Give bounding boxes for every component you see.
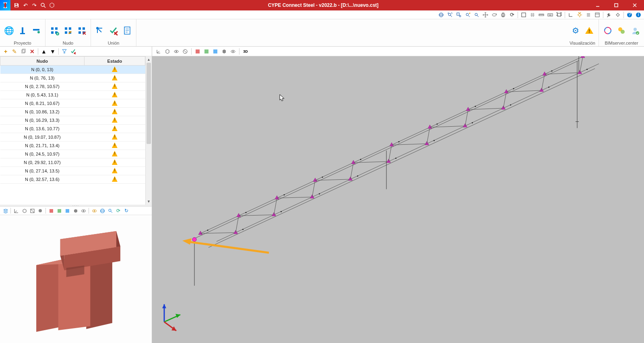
window-frame-icon[interactable] bbox=[520, 11, 528, 18]
svg-point-131 bbox=[322, 177, 323, 178]
zoom-extents-icon[interactable] bbox=[446, 11, 454, 18]
table-row[interactable]: N (0, 0, 13) bbox=[0, 66, 145, 74]
save-button[interactable] bbox=[13, 2, 20, 9]
preview-3d-viewport[interactable] bbox=[0, 215, 152, 343]
warnings-button[interactable]: ! bbox=[584, 25, 595, 36]
eye2-icon[interactable] bbox=[229, 47, 237, 55]
sun-icon[interactable] bbox=[576, 11, 584, 18]
column-button[interactable] bbox=[17, 25, 28, 36]
panel1-icon[interactable] bbox=[194, 47, 202, 55]
beam-button[interactable] bbox=[31, 25, 42, 36]
axes-icon[interactable] bbox=[567, 11, 575, 18]
table-scrollbar[interactable]: ▲ ▼ bbox=[145, 56, 152, 205]
edit-icon[interactable]: ✎ bbox=[10, 47, 19, 55]
wire-icon[interactable] bbox=[172, 47, 180, 55]
table-row[interactable]: N (0, 29.92, 11.07) bbox=[0, 158, 145, 167]
info-icon[interactable]: i bbox=[634, 11, 642, 18]
undo-button[interactable]: ↶ bbox=[22, 2, 29, 9]
svg-marker-176 bbox=[182, 238, 192, 245]
orbit-icon[interactable] bbox=[437, 11, 445, 18]
table-row[interactable]: N (0, 13.6, 10.77) bbox=[0, 125, 145, 133]
list-icon[interactable] bbox=[584, 11, 592, 18]
refresh-icon[interactable]: ⟳ bbox=[508, 11, 516, 18]
up-icon[interactable]: ▲ bbox=[40, 47, 48, 55]
panel-red-icon[interactable] bbox=[47, 207, 55, 214]
config-icon[interactable] bbox=[614, 11, 622, 18]
validate-icon[interactable] bbox=[69, 47, 77, 55]
layers-icon[interactable] bbox=[593, 11, 601, 18]
layers-icon[interactable] bbox=[2, 207, 9, 214]
box-button[interactable] bbox=[48, 2, 56, 9]
report-button[interactable] bbox=[122, 25, 133, 36]
fit-icon[interactable] bbox=[107, 207, 114, 214]
col-nudo[interactable]: Nudo bbox=[0, 57, 85, 66]
table-row[interactable]: N (0, 76, 13) bbox=[0, 74, 145, 82]
shade-icon[interactable] bbox=[181, 47, 189, 55]
settings-button[interactable]: ⚙ bbox=[570, 25, 581, 36]
zoom-previous-icon[interactable] bbox=[464, 11, 472, 18]
table-row[interactable]: N (0, 8.21, 10.67) bbox=[0, 99, 145, 108]
filter-icon[interactable] bbox=[60, 47, 68, 55]
delete-icon[interactable]: ✕ bbox=[28, 47, 36, 55]
node-edit-button[interactable] bbox=[62, 25, 74, 36]
table-row[interactable]: N (0, 27.14, 13.5) bbox=[0, 167, 145, 175]
node-add-button[interactable] bbox=[49, 25, 60, 36]
minimize-button[interactable] bbox=[588, 0, 607, 10]
bim-user-button[interactable] bbox=[630, 25, 641, 36]
node-delete-button[interactable] bbox=[76, 25, 87, 36]
table-row[interactable]: N (0, 10.86, 13.2) bbox=[0, 108, 145, 116]
table-row[interactable]: N (0, 5.43, 13.1) bbox=[0, 91, 145, 99]
bim-link-button[interactable] bbox=[616, 25, 627, 36]
reset-icon[interactable]: ↻ bbox=[123, 207, 130, 214]
zoom-icon[interactable] bbox=[91, 207, 98, 214]
table-row[interactable]: N (0, 16.29, 13.3) bbox=[0, 116, 145, 125]
maximize-button[interactable] bbox=[607, 0, 625, 10]
cube-icon[interactable] bbox=[72, 207, 79, 214]
close-button[interactable] bbox=[625, 0, 644, 10]
orbit-icon[interactable] bbox=[99, 207, 106, 214]
box-icon[interactable] bbox=[163, 47, 171, 55]
zoom-realtime-icon[interactable] bbox=[473, 11, 481, 18]
rotate-icon[interactable] bbox=[490, 11, 498, 18]
table-row[interactable]: N (0, 32.57, 13.6) bbox=[0, 175, 145, 184]
table-row[interactable]: N (0, 24.5, 10.97) bbox=[0, 150, 145, 158]
cube2-icon[interactable] bbox=[220, 47, 228, 55]
bim-sync-button[interactable] bbox=[602, 25, 613, 36]
copy-icon[interactable] bbox=[19, 47, 27, 55]
wrench-icon[interactable] bbox=[605, 11, 613, 18]
wireframe-icon[interactable] bbox=[29, 207, 36, 214]
union-button[interactable] bbox=[94, 25, 105, 36]
3d-scene[interactable] bbox=[152, 56, 644, 343]
down-icon[interactable]: ▼ bbox=[49, 47, 57, 55]
col-estado[interactable]: Estado bbox=[84, 57, 145, 66]
search-button[interactable] bbox=[39, 2, 47, 9]
globe-button[interactable]: 🌐 bbox=[3, 25, 14, 36]
redo-button[interactable]: ↷ bbox=[31, 2, 38, 9]
table-row[interactable]: N (0, 21.71, 13.4) bbox=[0, 142, 145, 150]
help-icon[interactable]: ? bbox=[625, 11, 634, 18]
panel-green-icon[interactable] bbox=[56, 207, 63, 214]
ruler-icon[interactable] bbox=[537, 11, 545, 18]
shaded-icon[interactable] bbox=[37, 207, 44, 214]
scroll-down-icon[interactable]: ▼ bbox=[146, 198, 152, 205]
print-icon[interactable] bbox=[499, 11, 507, 18]
panel3-icon[interactable] bbox=[211, 47, 219, 55]
add-icon[interactable]: + bbox=[2, 47, 10, 55]
table-row[interactable]: N (0, 19.07, 10.87) bbox=[0, 133, 145, 142]
panel-blue-icon[interactable] bbox=[64, 207, 71, 214]
refresh-icon[interactable]: ⟳ bbox=[115, 207, 122, 214]
table-row[interactable]: N (0, 2.78, 10.57) bbox=[0, 82, 145, 91]
dimension-icon[interactable]: 1:1 bbox=[555, 11, 563, 18]
grid-icon[interactable] bbox=[528, 11, 537, 18]
axes-icon[interactable] bbox=[12, 207, 20, 214]
axes-icon[interactable] bbox=[155, 47, 163, 55]
box-icon[interactable] bbox=[21, 207, 28, 214]
zoom-window-icon[interactable] bbox=[455, 11, 463, 18]
panel2-icon[interactable] bbox=[202, 47, 211, 55]
check-button[interactable] bbox=[108, 25, 119, 36]
eye-icon[interactable] bbox=[80, 207, 87, 214]
view3d-icon[interactable]: 3D bbox=[242, 47, 250, 55]
keyboard-icon[interactable] bbox=[546, 11, 554, 18]
pan-icon[interactable] bbox=[481, 11, 489, 18]
scroll-up-icon[interactable]: ▲ bbox=[146, 56, 152, 63]
